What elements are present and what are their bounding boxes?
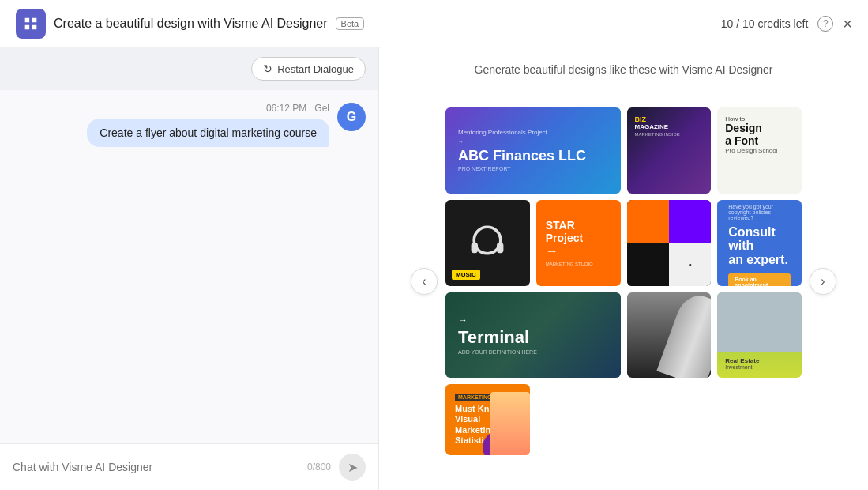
char-count: 0/800 [307,462,331,473]
gallery-item-terminal[interactable]: → Terminal ADD YOUR DEFINITION HERE [445,292,621,379]
gallery-item-star-project[interactable]: STARProject → MARKETING STUDIO [536,200,621,286]
send-icon: ➤ [348,460,358,475]
prev-button[interactable]: ‹ [411,268,438,295]
main-content: ↻ Restart Dialogue 06:12 PM Gel Create a… [0,47,868,490]
chat-messages: 06:12 PM Gel Create a flyer about digita… [0,90,378,443]
close-button[interactable]: × [843,16,852,32]
header-left: Create a beautiful design with Visme AI … [16,9,364,39]
prev-icon: ‹ [422,274,426,288]
gallery-grid-wrapper: ‹ Mentoring Professionals Project → ABC … [411,89,836,474]
gallery-item-music[interactable]: MUSIC [445,200,530,286]
gallery-item-real-estate[interactable]: Real Estate Investment [717,292,802,379]
header-title: Create a beautiful design with Visme AI … [54,17,328,31]
help-icon[interactable]: ? [817,16,833,32]
gallery-item-marketing[interactable]: MARKETING LOHEN Must KnowVisual Marketin… [445,384,530,455]
send-button[interactable]: ➤ [339,454,366,481]
gallery-panel: Generate beautiful designs like these wi… [379,47,868,490]
chat-toolbar: ↻ Restart Dialogue [0,47,378,90]
gallery-item-abc-finances[interactable]: Mentoring Professionals Project → ABC Fi… [445,107,621,194]
credits-text: 10 / 10 credits left [721,17,809,30]
gallery-item-consult[interactable]: JASONGO LAW FIRM Have you got your copyr… [717,200,802,286]
gallery-item-arch[interactable] [627,292,712,379]
gallery-item-how-to-design[interactable]: How to Design a Font Pro Design School [717,107,802,194]
next-button[interactable]: › [810,268,836,295]
header: Create a beautiful design with Visme AI … [0,0,868,47]
gallery-title: Generate beautiful designs like these wi… [411,63,836,76]
chat-input-area: 0/800 ➤ [0,443,378,490]
gallery-item-biz-magazine[interactable]: BIZ MAGAZINE MARKETING INSIDE [627,107,712,194]
chat-panel: ↻ Restart Dialogue 06:12 PM Gel Create a… [0,47,379,490]
header-right: 10 / 10 credits left ? × [721,16,852,32]
gallery-item-bw-collage[interactable]: ● [627,200,712,286]
restart-label: Restart Dialogue [277,63,354,75]
svg-point-0 [475,227,502,254]
avatar: G [337,103,366,131]
restart-button[interactable]: ↻ Restart Dialogue [251,57,366,81]
gallery-grid: Mentoring Professionals Project → ABC Fi… [445,107,802,455]
message-row: 06:12 PM Gel Create a flyer about digita… [13,103,366,147]
svg-rect-2 [497,243,503,253]
message-meta: 06:12 PM Gel Create a flyer about digita… [87,103,329,147]
logo-icon [16,9,46,39]
message-time: 06:12 PM Gel [266,103,329,114]
restart-icon: ↻ [263,62,272,75]
svg-rect-1 [472,243,478,253]
chat-input[interactable] [13,461,299,473]
next-icon: › [821,274,825,288]
message-bubble: Create a flyer about digital marketing c… [87,119,329,147]
beta-badge: Beta [336,17,365,30]
